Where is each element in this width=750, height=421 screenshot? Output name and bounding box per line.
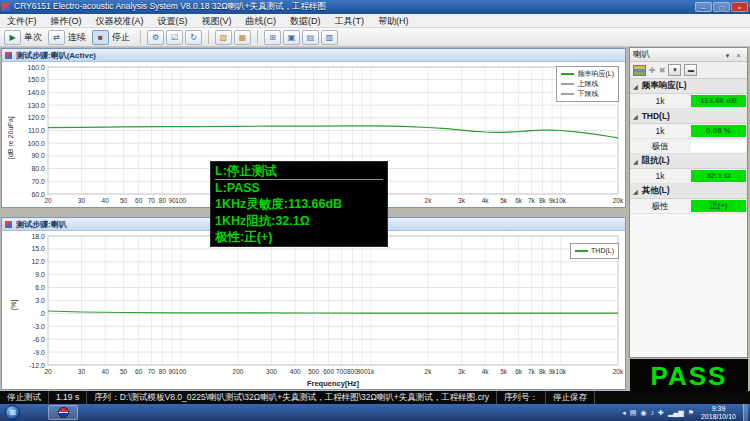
- svg-text:200: 200: [233, 368, 244, 375]
- minimize-icon[interactable]: ─: [695, 2, 712, 12]
- save-file-button[interactable]: ▦: [234, 30, 251, 45]
- panel-section-header[interactable]: ◢频率响应(L): [630, 79, 747, 94]
- tile-vertical-button[interactable]: ▥: [321, 30, 338, 45]
- tray-icon[interactable]: ▂▄▆: [668, 409, 684, 417]
- cry-app-logo-icon: [58, 407, 69, 418]
- expander-icon[interactable]: ◢: [633, 188, 638, 195]
- tray-icon[interactable]: ◉: [640, 409, 646, 417]
- svg-text:110.0: 110.0: [28, 127, 45, 134]
- svg-text:30: 30: [78, 368, 86, 375]
- panel-row[interactable]: 1k32.1 Ω: [630, 169, 747, 184]
- svg-text:4k: 4k: [482, 368, 490, 375]
- tray-icon[interactable]: ⚑: [688, 409, 694, 417]
- tray-icon[interactable]: ✚: [658, 409, 664, 417]
- tray-icon[interactable]: ♪: [651, 409, 655, 416]
- tray-icons: ◂▤◉♪✚▂▄▆⚑: [622, 409, 694, 417]
- start-button[interactable]: ⊞: [5, 405, 20, 420]
- system-tray: ◂▤◉♪✚▂▄▆⚑ 9:39 2018/10/10: [622, 404, 748, 421]
- panel-toolbar: ✚ ✖ ▼ ▬: [630, 62, 747, 79]
- legend-line-swatch: [561, 83, 574, 85]
- menu-help[interactable]: 帮助(H): [371, 14, 416, 28]
- pass-indicator: PASS: [630, 359, 748, 393]
- toolbar-separator: [208, 30, 209, 44]
- close-icon[interactable]: ×: [731, 2, 748, 12]
- expander-icon[interactable]: ◢: [633, 158, 638, 165]
- svg-text:8k: 8k: [539, 368, 547, 375]
- add-icon[interactable]: ✚: [649, 66, 656, 75]
- table-icon[interactable]: [633, 65, 646, 76]
- panel-row-value: 32.1 Ω: [691, 170, 746, 182]
- svg-text:20: 20: [44, 197, 52, 204]
- collapse-icon: ▬: [688, 67, 694, 73]
- menu-curve[interactable]: 曲线(C): [239, 14, 284, 28]
- stop-button[interactable]: ■: [92, 30, 109, 45]
- remove-icon[interactable]: ✖: [659, 66, 666, 75]
- measurement-panel: 喇叭 ▾ × ✚ ✖ ▼ ▬ ◢频率响应(L)1k113.66 dB◢THD(L…: [629, 47, 748, 358]
- continuous-run-button[interactable]: ⇄: [48, 30, 65, 45]
- toolbar: ▶ 单次 ⇄ 连续 ■ 停止 ⚙ ☑ ↻ ▧ ▦ ⊞ ▣ ▤ ▥: [0, 28, 750, 47]
- chart-legend: THD(L): [570, 243, 619, 259]
- new-window-icon: ⊞: [269, 33, 276, 42]
- svg-text:6k: 6k: [515, 368, 523, 375]
- panel-row-label: 极性: [630, 199, 690, 213]
- taskbar-app-button[interactable]: [48, 405, 78, 420]
- tray-icon[interactable]: ◂: [622, 409, 626, 417]
- refresh-export-button[interactable]: ↻: [185, 30, 202, 45]
- dropdown-button[interactable]: ▼: [668, 64, 681, 76]
- panel-row[interactable]: 极值: [630, 139, 747, 154]
- report-window-button[interactable]: ▣: [283, 30, 300, 45]
- stop-label: 停止: [111, 31, 134, 44]
- measurement-check-icon: ☑: [171, 33, 178, 42]
- new-window-button[interactable]: ⊞: [264, 30, 281, 45]
- show-desktop-button[interactable]: [743, 404, 748, 421]
- svg-text:-9.0: -9.0: [33, 349, 45, 356]
- legend-item: 下限线: [561, 89, 614, 99]
- single-run-button[interactable]: ▶: [4, 30, 21, 45]
- menu-operate[interactable]: 操作(O): [44, 14, 89, 28]
- window-title-bar[interactable]: 测试步骤:喇叭(Active): [2, 49, 625, 62]
- save-file-icon: ▦: [239, 33, 247, 42]
- panel-section-header[interactable]: ◢THD(L): [630, 109, 747, 124]
- taskbar-clock[interactable]: 9:39 2018/10/10: [698, 405, 739, 420]
- title-bar[interactable]: CRY6151 Electro-acoustic Analysis System…: [0, 0, 750, 14]
- clock-time: 9:39: [701, 405, 736, 413]
- svg-text:3.0: 3.0: [35, 297, 45, 304]
- single-run-label: 单次: [23, 31, 46, 44]
- measurement-check-button[interactable]: ☑: [166, 30, 183, 45]
- chart-window-title: 测试步骤:喇叭: [16, 219, 67, 230]
- panel-close-icon[interactable]: ×: [733, 50, 744, 60]
- expander-icon[interactable]: ◢: [633, 113, 638, 120]
- expander-icon[interactable]: ◢: [633, 83, 638, 90]
- svg-text:130.0: 130.0: [27, 102, 45, 109]
- clock-date: 2018/10/10: [701, 413, 736, 421]
- calibration-settings-button[interactable]: ⚙: [147, 30, 164, 45]
- panel-row[interactable]: 极性正(+): [630, 199, 747, 214]
- maximize-icon[interactable]: ▢: [713, 2, 730, 12]
- tile-horizontal-button[interactable]: ▤: [302, 30, 319, 45]
- svg-text:7k: 7k: [528, 368, 536, 375]
- panel-section-header[interactable]: ◢其他(L): [630, 184, 747, 199]
- menu-settings[interactable]: 设置(S): [151, 14, 195, 28]
- collapse-button[interactable]: ▬: [684, 64, 697, 76]
- svg-text:140.0: 140.0: [27, 89, 45, 96]
- svg-text:10k: 10k: [556, 368, 567, 375]
- tray-icon[interactable]: ▤: [630, 409, 637, 417]
- panel-row[interactable]: 1k0.08 %: [630, 124, 747, 139]
- result-overlay-line: 1KHz阻抗:32.1Ω: [215, 213, 383, 229]
- panel-row[interactable]: 1k113.66 dB: [630, 94, 747, 109]
- panel-section-label: 阻抗(L): [642, 155, 670, 167]
- menu-tools[interactable]: 工具(T): [328, 14, 372, 28]
- menu-view[interactable]: 视图(V): [195, 14, 239, 28]
- panel-row-value: [691, 140, 746, 152]
- panel-row-value: 0.08 %: [691, 125, 746, 137]
- panel-pin-icon[interactable]: ▾: [722, 50, 733, 60]
- panel-title-bar[interactable]: 喇叭 ▾ ×: [630, 48, 747, 62]
- menu-instrument-calibration[interactable]: 仪器校准(A): [89, 14, 151, 28]
- panel-section-header[interactable]: ◢阻抗(L): [630, 154, 747, 169]
- loop-icon: ⇄: [53, 33, 60, 42]
- menu-data[interactable]: 数据(D): [283, 14, 328, 28]
- svg-text:7k: 7k: [528, 197, 536, 204]
- open-file-button[interactable]: ▧: [215, 30, 232, 45]
- menu-file[interactable]: 文件(F): [0, 14, 44, 28]
- svg-text:3k: 3k: [458, 368, 466, 375]
